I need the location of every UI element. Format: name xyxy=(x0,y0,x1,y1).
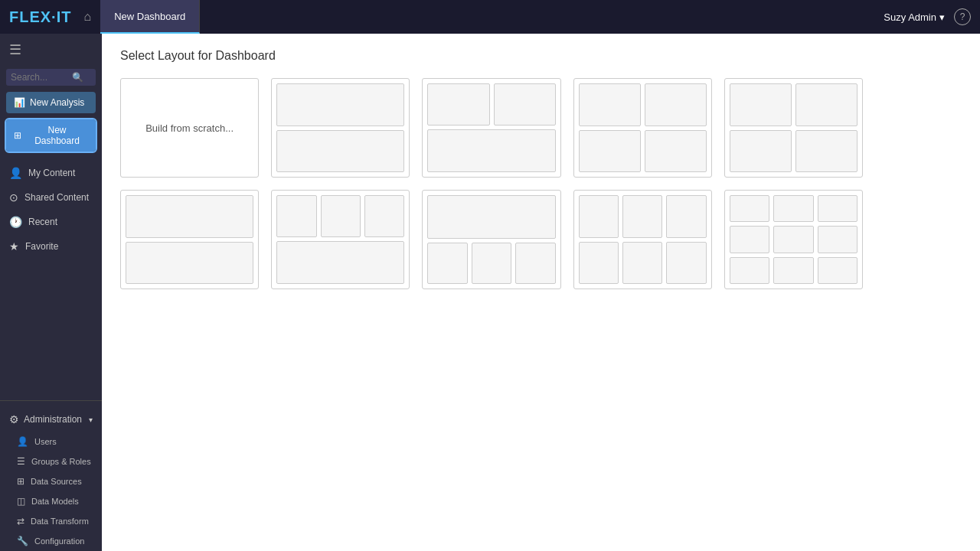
tab-bar: New Dashboard xyxy=(100,0,884,34)
sidebar-item-data-sources[interactable]: ⊞ Data Sources xyxy=(0,471,102,491)
data-transform-label: Data Transform xyxy=(31,517,89,526)
admin-icon: ⚙ xyxy=(9,413,19,425)
layout-option-7[interactable] xyxy=(422,190,560,289)
layout-option-3[interactable] xyxy=(573,78,712,178)
sidebar-item-data-models[interactable]: ◫ Data Models xyxy=(0,491,102,511)
recent-label: Recent xyxy=(28,217,57,227)
users-icon: 👤 xyxy=(17,436,28,447)
bar-chart-icon: 📊 xyxy=(14,97,25,108)
home-icon[interactable]: ⌂ xyxy=(83,10,91,24)
new-dashboard-button[interactable]: ⊞ New Dashboard xyxy=(6,119,96,152)
shared-content-label: Shared Content xyxy=(24,192,89,203)
admin-label: Administration xyxy=(24,414,82,425)
topbar: FLEX·IT ⌂ New Dashboard Suzy Admin ▾ ? xyxy=(0,0,980,34)
build-scratch-label: Build from scratch... xyxy=(145,122,234,134)
shared-content-icon: ⊙ xyxy=(9,191,18,204)
layout-option-2[interactable] xyxy=(422,78,560,178)
hamburger-icon[interactable]: ☰ xyxy=(0,34,102,66)
layout-build-scratch[interactable]: Build from scratch... xyxy=(120,78,259,178)
new-analysis-button[interactable]: 📊 New Analysis xyxy=(6,92,96,113)
dashboard-icon: ⊞ xyxy=(14,130,21,141)
content-area: Select Layout for Dashboard Build from s… xyxy=(102,34,980,551)
search-button[interactable]: 🔍 xyxy=(72,72,83,83)
main-layout: ☰ 🔍 📊 New Analysis ⊞ New Dashboard 👤 My … xyxy=(0,34,980,551)
admin-section: ⚙ Administration ▾ 👤 Users ☰ Groups & Ro… xyxy=(0,407,102,551)
layout-option-1[interactable] xyxy=(271,78,410,178)
page-title: Select Layout for Dashboard xyxy=(120,49,962,63)
data-transform-icon: ⇄ xyxy=(17,516,24,527)
new-analysis-label: New Analysis xyxy=(30,97,84,108)
help-label: ? xyxy=(960,11,965,22)
layout-option-9[interactable] xyxy=(724,190,863,289)
layout-option-4[interactable] xyxy=(724,78,863,178)
tab-new-dashboard-label: New Dashboard xyxy=(114,11,185,22)
my-content-label: My Content xyxy=(28,168,75,178)
data-models-label: Data Models xyxy=(31,497,79,506)
user-dropdown-icon: ▾ xyxy=(939,11,945,23)
new-dashboard-label: New Dashboard xyxy=(26,125,88,146)
layout-grid: Build from scratch... xyxy=(120,78,863,289)
layout-option-5[interactable] xyxy=(120,190,259,289)
sidebar-item-users[interactable]: 👤 Users xyxy=(0,432,102,452)
groups-label: Groups & Roles xyxy=(31,457,91,466)
sidebar-item-configuration[interactable]: 🔧 Configuration xyxy=(0,531,102,551)
admin-header[interactable]: ⚙ Administration ▾ xyxy=(0,407,102,432)
my-content-icon: 👤 xyxy=(9,167,22,179)
tab-new-dashboard[interactable]: New Dashboard xyxy=(100,0,200,34)
sidebar-item-my-content[interactable]: 👤 My Content xyxy=(0,161,102,185)
sidebar-item-data-transform[interactable]: ⇄ Data Transform xyxy=(0,511,102,531)
sidebar-item-recent[interactable]: 🕐 Recent xyxy=(0,210,102,234)
users-label: Users xyxy=(34,437,57,446)
sidebar-item-favorite[interactable]: ★ Favorite xyxy=(0,234,102,259)
favorite-icon: ★ xyxy=(9,240,19,253)
user-menu[interactable]: Suzy Admin ▾ xyxy=(884,11,945,23)
groups-icon: ☰ xyxy=(17,456,25,467)
search-bar: 🔍 xyxy=(6,69,96,86)
data-models-icon: ◫ xyxy=(17,496,25,507)
admin-chevron-icon: ▾ xyxy=(89,416,93,424)
sidebar-item-shared-content[interactable]: ⊙ Shared Content xyxy=(0,185,102,210)
config-icon: 🔧 xyxy=(17,536,28,546)
config-label: Configuration xyxy=(34,536,84,546)
data-sources-icon: ⊞ xyxy=(17,476,24,487)
sidebar-divider xyxy=(0,400,102,401)
nav-section: 👤 My Content ⊙ Shared Content 🕐 Recent ★… xyxy=(0,161,102,259)
layout-option-6[interactable] xyxy=(271,190,410,289)
layout-option-8[interactable] xyxy=(573,190,712,289)
search-input[interactable] xyxy=(11,72,72,83)
topbar-right: Suzy Admin ▾ ? xyxy=(884,8,971,25)
logo-text: FLEX·IT xyxy=(9,8,71,25)
recent-icon: 🕐 xyxy=(9,216,22,228)
logo: FLEX·IT xyxy=(9,8,71,26)
help-button[interactable]: ? xyxy=(954,8,971,25)
user-label: Suzy Admin xyxy=(884,11,936,23)
favorite-label: Favorite xyxy=(25,241,58,252)
sidebar: ☰ 🔍 📊 New Analysis ⊞ New Dashboard 👤 My … xyxy=(0,34,102,551)
data-sources-label: Data Sources xyxy=(31,477,82,486)
sidebar-item-groups-roles[interactable]: ☰ Groups & Roles xyxy=(0,452,102,471)
